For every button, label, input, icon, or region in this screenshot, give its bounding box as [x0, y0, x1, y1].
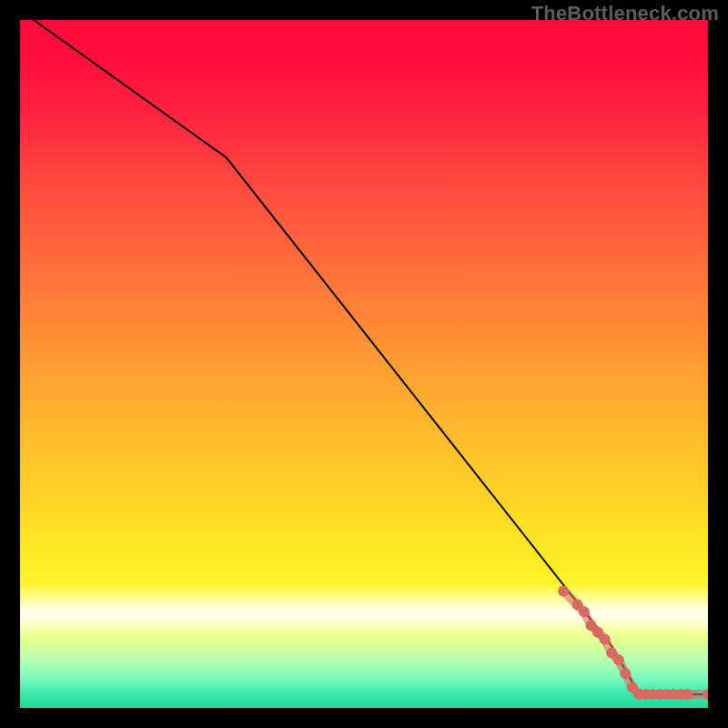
highlight-point — [600, 633, 611, 644]
highlight-point — [613, 654, 624, 665]
highlight-point — [620, 668, 631, 679]
plot-area — [20, 20, 708, 708]
chart-stage: TheBottleneck.com — [0, 0, 728, 728]
highlight-point — [558, 586, 569, 597]
plot-overlay — [20, 20, 708, 708]
highlight-point — [579, 606, 590, 617]
bottleneck-curve — [34, 20, 708, 694]
highlight-point — [682, 689, 693, 700]
highlight-points — [558, 586, 708, 700]
